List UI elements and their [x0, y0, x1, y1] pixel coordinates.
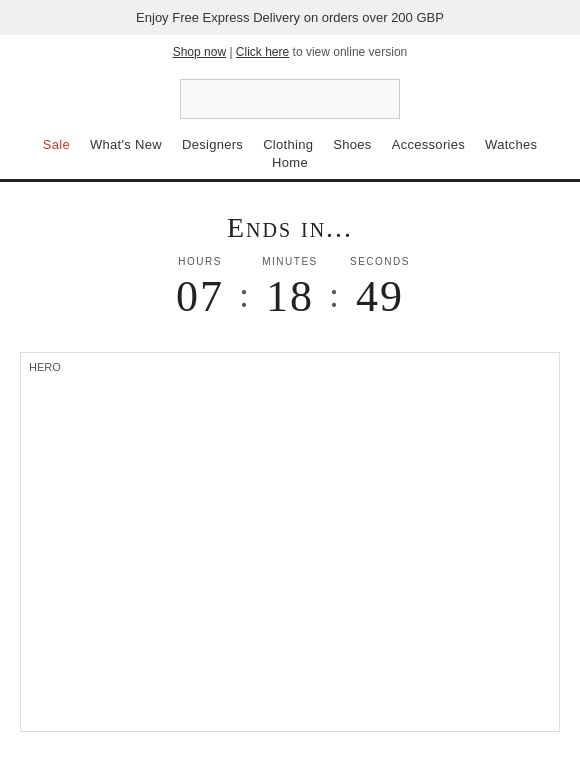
nav-item-clothing[interactable]: Clothing — [263, 137, 313, 152]
nav-item-accessories[interactable]: Accessories — [392, 137, 465, 152]
nav-item-shoes[interactable]: Shoes — [333, 137, 371, 152]
countdown-labels: Hours Minutes Seconds — [20, 256, 560, 267]
seconds-label: Seconds — [345, 256, 415, 267]
countdown-digits: 07 : 18 : 49 — [20, 271, 560, 322]
hours-label: Hours — [165, 256, 235, 267]
digit-sep-1: : — [235, 274, 255, 320]
hero-label: HERO — [29, 361, 61, 373]
minutes-label: Minutes — [255, 256, 325, 267]
countdown-title: Ends in... — [20, 212, 560, 244]
nav-bar: Sale What's New Designers Clothing Shoes… — [0, 127, 580, 182]
label-sep-1 — [235, 256, 255, 267]
logo-area — [0, 69, 580, 127]
minutes-value: 18 — [255, 271, 325, 322]
nav-item-sale[interactable]: Sale — [43, 137, 70, 152]
digit-sep-2: : — [325, 274, 345, 320]
label-sep-2 — [325, 256, 345, 267]
seconds-value: 49 — [345, 271, 415, 322]
hours-value: 07 — [165, 271, 235, 322]
countdown-section: Ends in... Hours Minutes Seconds 07 : 18… — [0, 182, 580, 342]
shop-now-link[interactable]: Shop now — [173, 45, 226, 59]
top-banner: Enjoy Free Express Delivery on orders ov… — [0, 0, 580, 35]
nav-item-watches[interactable]: Watches — [485, 137, 537, 152]
hero-section: HERO — [20, 352, 560, 732]
logo-image — [180, 79, 400, 119]
view-text: to view online version — [293, 45, 408, 59]
banner-text: Enjoy Free Express Delivery on orders ov… — [136, 10, 444, 25]
sub-header: Shop now | Click here to view online ver… — [0, 35, 580, 69]
click-here-link[interactable]: Click here — [236, 45, 289, 59]
nav-item-whats-new[interactable]: What's New — [90, 137, 162, 152]
nav-item-designers[interactable]: Designers — [182, 137, 243, 152]
nav-item-home[interactable]: Home — [272, 155, 308, 170]
